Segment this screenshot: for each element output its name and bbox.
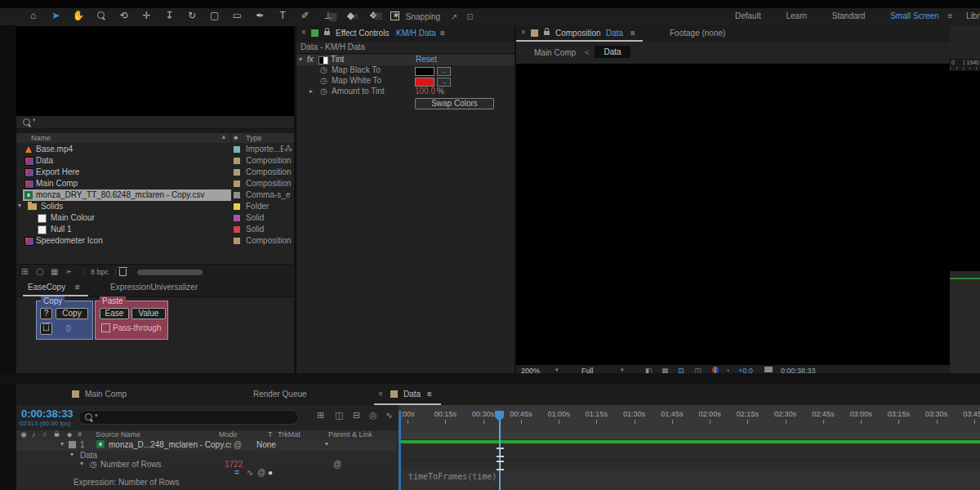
- label-chip[interactable]: [234, 158, 240, 164]
- expression-graph-icon[interactable]: ∿: [247, 468, 253, 477]
- camera-tool-button[interactable]: ▢: [204, 10, 225, 21]
- snapping-checkbox[interactable]: [390, 11, 399, 20]
- reset-link[interactable]: Reset: [416, 55, 437, 64]
- workspace-tab-default[interactable]: Default: [735, 11, 761, 20]
- parent-dropdown-caret-icon[interactable]: ▾: [325, 440, 328, 448]
- close-tab-icon[interactable]: ×: [378, 390, 383, 399]
- type-column-header[interactable]: Type: [246, 134, 262, 142]
- csv-layer-bar[interactable]: [399, 440, 980, 443]
- clear-button[interactable]: [40, 323, 52, 335]
- stopwatch-icon[interactable]: ◷: [320, 76, 327, 85]
- exposure-icon[interactable]: ◔: [725, 367, 729, 373]
- label-chip[interactable]: [234, 226, 240, 233]
- number-column-header[interactable]: #: [78, 430, 82, 439]
- pen-tool-button[interactable]: ✒: [250, 10, 270, 21]
- expression-code[interactable]: timeToFrames(time): [408, 472, 497, 481]
- tab-effect-controls[interactable]: Effect Controls: [336, 29, 389, 38]
- tab-easecopy[interactable]: EaseCopy: [28, 283, 65, 292]
- tab-data[interactable]: Data: [403, 390, 421, 399]
- label-column-icon[interactable]: ⬥: [67, 430, 72, 439]
- type-tool-button[interactable]: T: [273, 10, 293, 21]
- close-panel-icon[interactable]: ×: [521, 28, 526, 37]
- parent-dropdown[interactable]: None: [256, 440, 276, 449]
- stopwatch-icon[interactable]: ◷: [90, 460, 97, 469]
- dropdown-caret-icon[interactable]: ▾: [555, 367, 559, 373]
- panel-menu-icon[interactable]: ≡: [427, 390, 432, 399]
- breadcrumb-current[interactable]: Data: [595, 46, 630, 58]
- lock-column-icon[interactable]: [55, 434, 60, 437]
- delete-item-icon[interactable]: [119, 269, 127, 276]
- source-name-column-header[interactable]: Source Name: [96, 430, 140, 439]
- t-column-header[interactable]: T: [268, 430, 273, 439]
- expander-icon[interactable]: ▾: [18, 202, 21, 209]
- guides-icon[interactable]: ◫: [694, 367, 702, 373]
- breadcrumb-parent[interactable]: Main Comp: [534, 48, 576, 57]
- dropdown-caret-icon[interactable]: ▾: [621, 367, 624, 373]
- map-white-swatch[interactable]: [415, 78, 434, 87]
- search-input[interactable]: [104, 412, 291, 423]
- label-chip[interactable]: [234, 180, 240, 187]
- workspace-tab-libraries[interactable]: Libra: [966, 11, 980, 20]
- paste-ease-button[interactable]: Ease: [100, 308, 129, 319]
- comp-mini-flowchart-icon[interactable]: ⊞: [317, 410, 324, 421]
- scrollbar-horizontal[interactable]: [137, 270, 203, 275]
- lock-icon[interactable]: [324, 31, 330, 35]
- label-chip[interactable]: [234, 192, 240, 198]
- current-timecode[interactable]: 0:00:38:33: [21, 408, 74, 420]
- panel-menu-icon[interactable]: ≡: [75, 283, 80, 292]
- search-icon[interactable]: [23, 118, 30, 126]
- snap-options-icon[interactable]: ↗: [451, 12, 457, 21]
- name-column-header[interactable]: Name: [31, 134, 51, 142]
- swap-colors-button[interactable]: Swap Colors: [415, 98, 494, 109]
- parent-pickwhip-icon[interactable]: @: [234, 440, 242, 449]
- project-row-solids[interactable]: ▾ Solids Folder: [16, 201, 294, 212]
- hand-tool-button[interactable]: ✋: [69, 10, 89, 21]
- expand-property-icon[interactable]: ▸: [310, 87, 313, 95]
- comp-timecode[interactable]: 0:00:38:33: [781, 367, 816, 373]
- paste-value-button[interactable]: Value: [131, 308, 166, 319]
- new-comp-icon[interactable]: ⊞: [21, 267, 28, 276]
- mode-column-header[interactable]: Mode: [219, 430, 238, 439]
- map-black-swatch[interactable]: [415, 67, 434, 76]
- label-chip[interactable]: [234, 215, 240, 221]
- panel-menu-icon[interactable]: ≡: [440, 29, 445, 38]
- comp-viewport[interactable]: [516, 64, 950, 365]
- passthrough-checkbox[interactable]: [101, 323, 110, 332]
- bpc-button[interactable]: 8 bpc: [83, 268, 116, 276]
- keyframe-ibeam[interactable]: [497, 461, 504, 470]
- track-area[interactable]: timeToFrames(time): [399, 430, 980, 490]
- trkmat-column-header[interactable]: TrkMat: [278, 430, 301, 439]
- workspace-tab-small-screen[interactable]: Small Screen: [890, 11, 938, 20]
- expander-icon[interactable]: ▾: [60, 440, 64, 448]
- rotation-tool-button[interactable]: ↻: [181, 10, 202, 21]
- label-column-icon[interactable]: ⬥: [234, 134, 238, 142]
- orbit-camera-tool-button[interactable]: ⟲: [114, 10, 134, 21]
- video-column-icon[interactable]: ◉: [20, 430, 27, 439]
- keyframe-ibeam[interactable]: [497, 448, 504, 457]
- tab-render-queue[interactable]: Render Queue: [253, 390, 307, 399]
- effect-tint-row[interactable]: ▾ fx Tint Reset: [296, 55, 514, 65]
- expander-icon[interactable]: ▾: [70, 451, 74, 458]
- lock-icon[interactable]: [544, 31, 550, 35]
- label-chip[interactable]: [234, 169, 240, 176]
- rect-tool-button[interactable]: ▭: [227, 10, 247, 21]
- help-button[interactable]: ?: [40, 308, 52, 319]
- close-panel-icon[interactable]: ×: [301, 28, 306, 37]
- workspace-tab-standard[interactable]: Standard: [832, 11, 866, 20]
- region-of-interest-icon[interactable]: ◧: [645, 367, 653, 373]
- expression-enabled-icon[interactable]: =: [234, 468, 239, 477]
- collapse-effect-icon[interactable]: ▾: [299, 56, 302, 63]
- project-row-data[interactable]: Data Composition: [16, 155, 294, 167]
- property-row-number-of-rows[interactable]: ▾ ◷ Number of Rows 1722 @: [16, 460, 397, 469]
- draft-3d-icon[interactable]: ◫: [335, 410, 343, 421]
- audio-column-icon[interactable]: ♪: [32, 430, 36, 439]
- project-row-main-comp[interactable]: Main Comp Composition: [16, 178, 294, 189]
- new-folder-icon[interactable]: ▢: [36, 267, 43, 276]
- label-chip[interactable]: [234, 238, 240, 244]
- home-button[interactable]: ⌂: [23, 10, 43, 21]
- project-row-export-here[interactable]: Export Here Composition: [16, 167, 294, 178]
- tab-composition[interactable]: Composition: [555, 29, 601, 38]
- layer-label-chip[interactable]: [69, 441, 76, 448]
- frame-blending-icon[interactable]: ⊟: [353, 410, 360, 421]
- stopwatch-icon[interactable]: ◷: [320, 87, 327, 96]
